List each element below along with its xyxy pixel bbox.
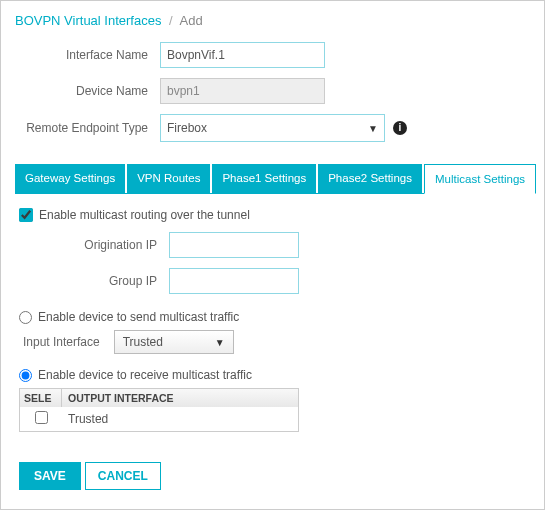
radio-send-multicast-label: Enable device to send multicast traffic [38, 310, 239, 324]
chevron-down-icon: ▼ [215, 337, 225, 348]
enable-multicast-routing-label: Enable multicast routing over the tunnel [39, 208, 250, 222]
enable-multicast-routing-checkbox[interactable] [19, 208, 33, 222]
tab-phase1-settings[interactable]: Phase1 Settings [212, 164, 316, 193]
tab-multicast-settings[interactable]: Multicast Settings [424, 164, 536, 194]
breadcrumb-current: Add [180, 13, 203, 28]
breadcrumb-parent[interactable]: BOVPN Virtual Interfaces [15, 13, 161, 28]
device-name-input [160, 78, 325, 104]
table-header-output: OUTPUT INTERFACE [62, 389, 298, 407]
table-row: Trusted [20, 407, 298, 431]
input-interface-value: Trusted [123, 335, 163, 349]
radio-receive-multicast-label: Enable device to receive multicast traff… [38, 368, 252, 382]
input-interface-select[interactable]: Trusted ▼ [114, 330, 234, 354]
table-row-checkbox[interactable] [35, 411, 48, 424]
chevron-down-icon: ▼ [368, 123, 378, 134]
radio-send-multicast[interactable] [19, 311, 32, 324]
remote-endpoint-label: Remote Endpoint Type [15, 121, 160, 135]
cancel-button[interactable]: CANCEL [85, 462, 161, 490]
group-ip-input[interactable] [169, 268, 299, 294]
breadcrumb-separator: / [169, 13, 173, 28]
device-name-label: Device Name [15, 84, 160, 98]
group-ip-label: Group IP [19, 274, 169, 288]
save-button[interactable]: SAVE [19, 462, 81, 490]
remote-endpoint-select[interactable]: Firebox ▼ [160, 114, 385, 142]
tab-gateway-settings[interactable]: Gateway Settings [15, 164, 125, 193]
interface-name-label: Interface Name [15, 48, 160, 62]
breadcrumb: BOVPN Virtual Interfaces / Add [15, 13, 530, 28]
input-interface-label: Input Interface [23, 335, 100, 349]
tab-phase2-settings[interactable]: Phase2 Settings [318, 164, 422, 193]
tab-body-multicast: Enable multicast routing over the tunnel… [15, 194, 530, 494]
table-header-sele: SELE [20, 389, 62, 407]
tab-vpn-routes[interactable]: VPN Routes [127, 164, 210, 193]
origination-ip-label: Origination IP [19, 238, 169, 252]
radio-receive-multicast[interactable] [19, 369, 32, 382]
origination-ip-input[interactable] [169, 232, 299, 258]
info-icon[interactable]: i [393, 121, 407, 135]
table-row-name: Trusted [62, 412, 298, 426]
tab-bar: Gateway Settings VPN Routes Phase1 Setti… [15, 164, 530, 194]
output-interface-table: SELE OUTPUT INTERFACE Trusted [19, 388, 299, 432]
remote-endpoint-value: Firebox [167, 121, 207, 135]
interface-name-input[interactable] [160, 42, 325, 68]
